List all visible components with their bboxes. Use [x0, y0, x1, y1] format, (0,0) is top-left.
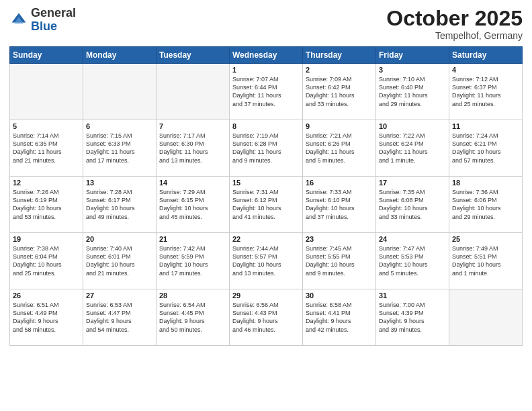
day-info: Sunrise: 7:31 AM Sunset: 6:12 PM Dayligh… [232, 188, 300, 221]
day-number: 16 [306, 179, 373, 187]
day-number: 2 [306, 66, 373, 74]
week-row-2: 12Sunrise: 7:26 AM Sunset: 6:19 PM Dayli… [10, 177, 523, 233]
day-info: Sunrise: 6:54 AM Sunset: 4:45 PM Dayligh… [159, 301, 226, 334]
day-number: 12 [13, 179, 80, 187]
day-number: 6 [86, 122, 153, 130]
day-number: 26 [13, 291, 80, 300]
day-number: 4 [452, 66, 519, 74]
day-info: Sunrise: 7:36 AM Sunset: 6:06 PM Dayligh… [452, 188, 519, 221]
day-cell: 8Sunrise: 7:19 AM Sunset: 6:28 PM Daylig… [230, 120, 303, 177]
week-row-1: 5Sunrise: 7:14 AM Sunset: 6:35 PM Daylig… [10, 120, 523, 177]
week-row-0: 1Sunrise: 7:07 AM Sunset: 6:44 PM Daylig… [10, 64, 523, 120]
day-number: 11 [452, 122, 519, 130]
day-cell: 31Sunrise: 7:00 AM Sunset: 4:39 PM Dayli… [376, 289, 449, 346]
day-number: 7 [159, 122, 226, 130]
day-info: Sunrise: 7:19 AM Sunset: 6:28 PM Dayligh… [232, 132, 300, 165]
day-cell: 18Sunrise: 7:36 AM Sunset: 6:06 PM Dayli… [449, 177, 523, 233]
day-number: 9 [306, 122, 373, 130]
day-cell: 27Sunrise: 6:53 AM Sunset: 4:47 PM Dayli… [83, 289, 157, 346]
weekday-friday: Friday [376, 47, 449, 64]
day-info: Sunrise: 7:22 AM Sunset: 6:24 PM Dayligh… [379, 132, 446, 165]
day-cell [83, 64, 157, 120]
day-info: Sunrise: 7:40 AM Sunset: 6:01 PM Dayligh… [86, 244, 153, 277]
day-number: 10 [379, 122, 446, 130]
day-info: Sunrise: 7:33 AM Sunset: 6:10 PM Dayligh… [306, 188, 373, 221]
day-cell: 17Sunrise: 7:35 AM Sunset: 6:08 PM Dayli… [376, 177, 449, 233]
day-info: Sunrise: 7:29 AM Sunset: 6:15 PM Dayligh… [159, 188, 226, 221]
day-cell: 12Sunrise: 7:26 AM Sunset: 6:19 PM Dayli… [10, 177, 83, 233]
header: General Blue October 2025 Tempelhof, Ger… [9, 7, 523, 41]
day-cell [449, 289, 523, 346]
day-cell: 10Sunrise: 7:22 AM Sunset: 6:24 PM Dayli… [376, 120, 449, 177]
day-number: 28 [159, 291, 226, 300]
logo-text: General Blue [31, 7, 76, 34]
day-info: Sunrise: 7:10 AM Sunset: 6:40 PM Dayligh… [379, 75, 446, 108]
logo: General Blue [9, 7, 76, 34]
day-number: 27 [86, 291, 153, 300]
title-block: October 2025 Tempelhof, Germany [386, 7, 523, 41]
day-number: 24 [379, 235, 446, 243]
day-cell: 21Sunrise: 7:42 AM Sunset: 5:59 PM Dayli… [157, 233, 230, 289]
day-info: Sunrise: 7:17 AM Sunset: 6:30 PM Dayligh… [159, 132, 226, 165]
day-cell: 13Sunrise: 7:28 AM Sunset: 6:17 PM Dayli… [83, 177, 157, 233]
day-info: Sunrise: 7:49 AM Sunset: 5:51 PM Dayligh… [452, 244, 519, 277]
day-info: Sunrise: 7:07 AM Sunset: 6:44 PM Dayligh… [232, 75, 300, 108]
day-number: 17 [379, 179, 446, 187]
day-info: Sunrise: 6:58 AM Sunset: 4:41 PM Dayligh… [306, 301, 373, 334]
day-cell: 23Sunrise: 7:45 AM Sunset: 5:55 PM Dayli… [303, 233, 376, 289]
day-info: Sunrise: 7:42 AM Sunset: 5:59 PM Dayligh… [159, 244, 226, 277]
day-cell: 16Sunrise: 7:33 AM Sunset: 6:10 PM Dayli… [303, 177, 376, 233]
day-number: 29 [232, 291, 300, 300]
day-cell: 3Sunrise: 7:10 AM Sunset: 6:40 PM Daylig… [376, 64, 449, 120]
day-info: Sunrise: 7:28 AM Sunset: 6:17 PM Dayligh… [86, 188, 153, 221]
day-info: Sunrise: 7:21 AM Sunset: 6:26 PM Dayligh… [306, 132, 373, 165]
day-info: Sunrise: 7:14 AM Sunset: 6:35 PM Dayligh… [13, 132, 80, 165]
week-row-3: 19Sunrise: 7:38 AM Sunset: 6:04 PM Dayli… [10, 233, 523, 289]
day-info: Sunrise: 6:53 AM Sunset: 4:47 PM Dayligh… [86, 301, 153, 334]
day-number: 21 [159, 235, 226, 243]
day-cell: 25Sunrise: 7:49 AM Sunset: 5:51 PM Dayli… [449, 233, 523, 289]
day-number: 8 [232, 122, 300, 130]
day-number: 15 [232, 179, 300, 187]
day-number: 3 [379, 66, 446, 74]
day-number: 20 [86, 235, 153, 243]
location: Tempelhof, Germany [386, 30, 523, 41]
day-cell: 22Sunrise: 7:44 AM Sunset: 5:57 PM Dayli… [230, 233, 303, 289]
day-cell: 19Sunrise: 7:38 AM Sunset: 6:04 PM Dayli… [10, 233, 83, 289]
day-number: 19 [13, 235, 80, 243]
day-number: 1 [232, 66, 300, 74]
day-number: 25 [452, 235, 519, 243]
day-cell: 11Sunrise: 7:24 AM Sunset: 6:21 PM Dayli… [449, 120, 523, 177]
weekday-wednesday: Wednesday [230, 47, 303, 64]
day-info: Sunrise: 6:56 AM Sunset: 4:43 PM Dayligh… [232, 301, 300, 334]
page: General Blue October 2025 Tempelhof, Ger… [0, 0, 532, 411]
day-info: Sunrise: 7:44 AM Sunset: 5:57 PM Dayligh… [232, 244, 300, 277]
day-info: Sunrise: 7:12 AM Sunset: 6:37 PM Dayligh… [452, 75, 519, 108]
logo-general: General [31, 6, 76, 19]
day-number: 13 [86, 179, 153, 187]
day-number: 18 [452, 179, 519, 187]
day-cell: 6Sunrise: 7:15 AM Sunset: 6:33 PM Daylig… [83, 120, 157, 177]
day-number: 14 [159, 179, 226, 187]
weekday-sunday: Sunday [10, 47, 83, 64]
day-cell: 7Sunrise: 7:17 AM Sunset: 6:30 PM Daylig… [157, 120, 230, 177]
day-cell: 29Sunrise: 6:56 AM Sunset: 4:43 PM Dayli… [230, 289, 303, 346]
day-cell [157, 64, 230, 120]
weekday-thursday: Thursday [303, 47, 376, 64]
month-title: October 2025 [386, 7, 523, 30]
day-cell: 28Sunrise: 6:54 AM Sunset: 4:45 PM Dayli… [157, 289, 230, 346]
day-info: Sunrise: 7:38 AM Sunset: 6:04 PM Dayligh… [13, 244, 80, 277]
weekday-header-row: SundayMondayTuesdayWednesdayThursdayFrid… [10, 47, 523, 64]
day-number: 22 [232, 235, 300, 243]
calendar: SundayMondayTuesdayWednesdayThursdayFrid… [9, 46, 523, 346]
day-cell [10, 64, 83, 120]
day-cell: 30Sunrise: 6:58 AM Sunset: 4:41 PM Dayli… [303, 289, 376, 346]
day-cell: 5Sunrise: 7:14 AM Sunset: 6:35 PM Daylig… [10, 120, 83, 177]
day-info: Sunrise: 7:26 AM Sunset: 6:19 PM Dayligh… [13, 188, 80, 221]
day-number: 5 [13, 122, 80, 130]
day-info: Sunrise: 6:51 AM Sunset: 4:49 PM Dayligh… [13, 301, 80, 334]
day-info: Sunrise: 7:09 AM Sunset: 6:42 PM Dayligh… [306, 75, 373, 108]
day-cell: 9Sunrise: 7:21 AM Sunset: 6:26 PM Daylig… [303, 120, 376, 177]
weekday-saturday: Saturday [449, 47, 523, 64]
day-cell: 4Sunrise: 7:12 AM Sunset: 6:37 PM Daylig… [449, 64, 523, 120]
